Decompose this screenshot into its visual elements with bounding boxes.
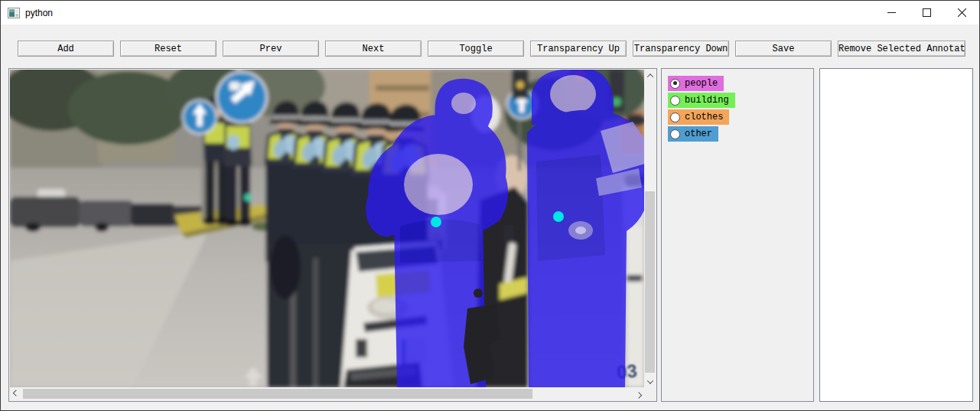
vertical-scrollbar-thumb[interactable] [645,191,655,373]
annotation-list[interactable] [819,68,973,402]
scroll-down-button[interactable] [644,376,656,387]
category-clothes[interactable]: clothes [668,109,729,125]
titlebar: python [1,1,979,24]
scroll-right-button[interactable] [633,388,644,400]
minimize-icon [887,8,896,17]
scroll-left-button[interactable] [10,388,21,400]
radio-button-people[interactable] [670,79,680,89]
window-title: python [25,8,874,18]
category-building[interactable]: building [668,93,735,108]
chevron-up-icon [646,73,653,80]
remove-selected-annotations-button[interactable]: Remove Selected Annotations [838,41,965,57]
reset-button[interactable]: Reset [120,41,217,57]
category-label: other [685,129,712,139]
radio-button-building[interactable] [670,96,680,106]
chevron-right-icon [635,392,641,398]
horizontal-scrollbar-thumb[interactable] [23,389,532,399]
category-panel: people building clothes other [661,68,814,402]
horizontal-scrollbar[interactable] [10,388,644,400]
prev-button[interactable]: Prev [223,41,319,57]
minimize-button[interactable] [874,1,909,24]
category-label: people [685,78,718,89]
scroll-up-button[interactable] [644,70,656,81]
category-people[interactable]: people [668,76,724,91]
radio-button-other[interactable] [670,129,680,139]
vertical-scrollbar[interactable] [644,70,656,387]
app-window: python Add Reset Prev Next Toggle Transp… [0,0,980,411]
category-other[interactable]: other [668,126,718,142]
close-icon [958,8,966,17]
radio-button-clothes[interactable] [670,113,680,122]
close-button[interactable] [944,1,979,24]
chevron-down-icon [646,377,653,383]
transparency-up-button[interactable]: Transparency Up [530,41,627,57]
app-icon [8,7,20,19]
category-label: building [685,95,729,106]
traffic-sign-up-arrow [183,100,217,134]
category-label: clothes [685,112,723,122]
maximize-icon [923,8,931,17]
toolbar: Add Reset Prev Next Toggle Transparency … [18,41,965,57]
add-button[interactable]: Add [18,41,114,57]
transparency-down-button[interactable]: Transparency Down [633,41,729,57]
toggle-button[interactable]: Toggle [428,41,524,57]
annotation-canvas[interactable]: 03 [10,70,644,387]
image-canvas-panel: 03 [8,68,657,402]
maximize-button[interactable] [909,1,944,24]
traffic-sign-diagonal-arrow [217,72,267,122]
save-button[interactable]: Save [735,41,832,57]
chevron-left-icon [12,390,18,396]
next-button[interactable]: Next [325,41,422,57]
